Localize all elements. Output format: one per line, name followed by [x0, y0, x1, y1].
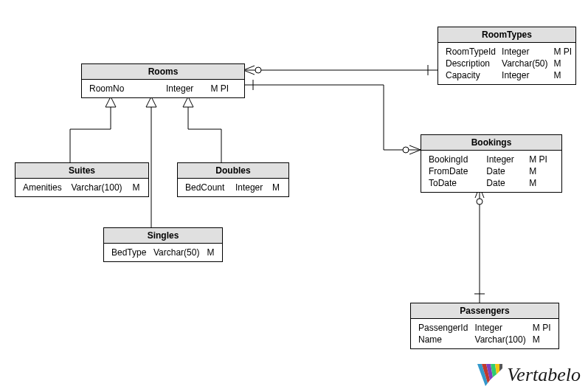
vertabelo-logo-icon: [477, 364, 502, 386]
entity-title: Doubles: [178, 163, 288, 179]
svg-point-4: [255, 67, 261, 73]
svg-point-9: [403, 147, 409, 153]
attr-name: Capacity: [443, 69, 499, 81]
attr-flags: M PI: [207, 83, 240, 94]
vertabelo-logo-text: Vertabelo: [507, 364, 581, 386]
entity-suites: Suites AmenitiesVarchar(100)M: [15, 162, 149, 197]
attr-name: BedCount: [182, 182, 232, 193]
svg-marker-15: [106, 97, 116, 107]
attr-flags: M: [526, 165, 557, 177]
attr-type: Integer: [483, 154, 526, 165]
svg-line-8: [409, 150, 421, 154]
vertabelo-logo: Vertabelo: [477, 364, 581, 386]
attr-name: FromDate: [426, 165, 483, 177]
entity-title: Suites: [15, 163, 148, 179]
attr-type: Varchar(100): [68, 182, 129, 193]
attr-name: ToDate: [426, 177, 483, 189]
attr-type: Date: [483, 177, 526, 189]
svg-line-3: [243, 70, 255, 75]
attr-type: Integer: [472, 322, 530, 334]
attr-flags: M: [526, 177, 557, 189]
attr-name: BedType: [108, 247, 151, 258]
attr-type: Varchar(50): [499, 58, 550, 69]
entity-title: Bookings: [421, 135, 561, 151]
attr-flags: M: [551, 69, 575, 81]
entity-title: Rooms: [82, 64, 244, 80]
svg-line-7: [409, 145, 421, 150]
rel-bookings-passengers: [474, 187, 485, 303]
attr-type: Varchar(50): [151, 247, 204, 258]
attr-type: Integer: [499, 46, 550, 58]
svg-line-2: [243, 66, 255, 70]
attr-flags: M PI: [530, 322, 554, 334]
attr-flags: M: [130, 182, 144, 193]
attr-flags: M: [551, 58, 575, 69]
attr-type: Date: [483, 165, 526, 177]
attr-name: BookingId: [426, 154, 483, 165]
inh-doubles-rooms: [183, 97, 221, 162]
entity-bookings: Bookings BookingIdIntegerM PI FromDateDa…: [421, 134, 562, 193]
entity-title: Passengers: [411, 303, 558, 319]
attr-name: PassengerId: [415, 322, 472, 334]
entity-roomtypes: RoomTypes RoomTypeIdIntegerM PI Descript…: [437, 27, 576, 85]
attr-type: Integer: [163, 83, 207, 94]
svg-marker-18: [146, 97, 156, 107]
attr-name: Name: [415, 334, 472, 345]
attr-flags: M: [530, 334, 554, 345]
attr-name: Amenities: [20, 182, 68, 193]
attr-type: Varchar(100): [472, 334, 530, 345]
attr-flags: M PI: [551, 46, 575, 58]
svg-point-13: [477, 199, 482, 204]
attr-name: RoomTypeId: [443, 46, 499, 58]
entity-doubles: Doubles BedCountIntegerM: [177, 162, 289, 197]
entity-singles: Singles BedTypeVarchar(50)M: [103, 227, 223, 262]
entity-title: Singles: [104, 228, 222, 244]
svg-marker-24: [499, 364, 502, 371]
entity-passengers: Passengers PassengerIdIntegerM PI NameVa…: [410, 303, 559, 349]
attr-flags: M: [204, 247, 218, 258]
inh-suites-rooms: [70, 97, 116, 162]
rel-rooms-roomtypes: [243, 65, 437, 75]
entity-rooms: Rooms RoomNo Integer M PI: [81, 63, 245, 98]
svg-marker-16: [183, 97, 193, 107]
attr-flags: M: [269, 182, 284, 193]
attr-name: Description: [443, 58, 499, 69]
entity-title: RoomTypes: [438, 27, 575, 43]
attr-type: Integer: [499, 69, 550, 81]
attr-flags: M PI: [526, 154, 557, 165]
rel-rooms-bookings: [243, 80, 421, 154]
attr-type: Integer: [232, 182, 269, 193]
attr-name: RoomNo: [86, 83, 163, 94]
